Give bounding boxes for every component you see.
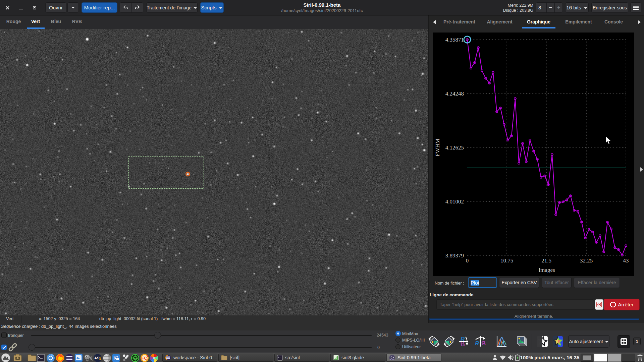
svg-text:32.25: 32.25 [580, 257, 593, 264]
svg-text:K: K [113, 355, 117, 361]
svg-text:F: F [142, 356, 144, 361]
svg-text:3.89379: 3.89379 [445, 252, 464, 259]
svg-text:43: 43 [623, 257, 629, 264]
svg-text:21.5: 21.5 [541, 257, 551, 264]
svg-text:FWHM: FWHM [434, 139, 441, 157]
svg-text:R: R [475, 340, 479, 347]
svg-text:4.24248: 4.24248 [445, 90, 464, 97]
svg-text:10.75: 10.75 [500, 257, 513, 264]
svg-text:3: 3 [99, 356, 101, 361]
svg-text:Images: Images [538, 267, 555, 273]
svg-text:0: 0 [466, 257, 469, 264]
svg-text:PHD: PHD [134, 357, 138, 359]
svg-text:e: e [117, 355, 118, 359]
svg-text:4.35871: 4.35871 [445, 37, 464, 43]
svg-text:4.12625: 4.12625 [445, 144, 464, 151]
svg-text:C: C [144, 356, 148, 361]
svg-text:R: R [481, 340, 486, 347]
svg-text:4.01002: 4.01002 [445, 198, 464, 205]
